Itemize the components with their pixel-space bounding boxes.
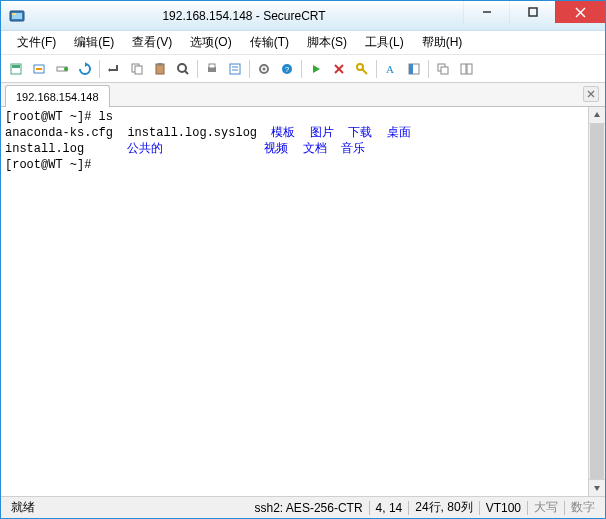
toolbar-separator xyxy=(197,60,198,78)
svg-point-11 xyxy=(64,67,68,71)
new-session-icon[interactable] xyxy=(5,58,27,80)
status-num: 数字 xyxy=(565,499,601,516)
scroll-up-icon[interactable] xyxy=(589,107,605,124)
status-size: 24行, 80列 xyxy=(409,499,478,516)
terminal-line: [root@WT ~]# xyxy=(5,157,584,173)
status-cursor: 4, 14 xyxy=(370,501,409,515)
menu-transfer[interactable]: 传输(T) xyxy=(242,32,297,53)
reconnect-icon[interactable] xyxy=(74,58,96,80)
titlebar: 192.168.154.148 - SecureCRT xyxy=(1,1,605,31)
menu-edit[interactable]: 编辑(E) xyxy=(66,32,122,53)
font-icon[interactable]: A xyxy=(380,58,402,80)
session-tab[interactable]: 192.168.154.148 xyxy=(5,85,110,107)
scroll-track[interactable] xyxy=(589,124,605,479)
svg-point-18 xyxy=(178,64,186,72)
svg-text:?: ? xyxy=(285,65,290,74)
scroll-thumb[interactable] xyxy=(590,124,604,479)
maximize-button[interactable] xyxy=(509,1,555,23)
terminal-text: 公共的 视频 文档 音乐 xyxy=(127,142,365,156)
terminal-area: [root@WT ~]# lsanaconda-ks.cfg install.l… xyxy=(1,107,605,496)
terminal-text: install.log.syslog xyxy=(127,126,271,140)
menu-script[interactable]: 脚本(S) xyxy=(299,32,355,53)
terminal-line: [root@WT ~]# ls xyxy=(5,109,584,125)
minimize-button[interactable] xyxy=(463,1,509,23)
paste-icon[interactable] xyxy=(149,58,171,80)
toolbar-separator xyxy=(99,60,100,78)
terminal-line: install.log 公共的 视频 文档 音乐 xyxy=(5,141,584,157)
svg-rect-40 xyxy=(467,64,472,74)
terminal-line: anaconda-ks.cfg install.log.syslog 模板 图片… xyxy=(5,125,584,141)
window-title: 192.168.154.148 - SecureCRT xyxy=(25,9,463,23)
svg-rect-8 xyxy=(12,65,20,68)
quick-connect-icon[interactable] xyxy=(28,58,50,80)
statusbar: 就绪 ssh2: AES-256-CTR 4, 14 24行, 80列 VT10… xyxy=(1,496,605,518)
find-icon[interactable] xyxy=(172,58,194,80)
toolbar: ?A xyxy=(1,55,605,83)
status-emulation: VT100 xyxy=(480,501,527,515)
app-icon xyxy=(9,8,25,24)
tabbar: 192.168.154.148 xyxy=(1,83,605,107)
script-cancel-icon[interactable] xyxy=(328,58,350,80)
svg-rect-22 xyxy=(230,64,240,74)
scroll-down-icon[interactable] xyxy=(589,479,605,496)
scrollbar[interactable] xyxy=(588,107,605,496)
svg-marker-13 xyxy=(108,68,110,72)
key-icon[interactable] xyxy=(351,58,373,80)
copy-icon[interactable] xyxy=(126,58,148,80)
menu-help[interactable]: 帮助(H) xyxy=(414,32,471,53)
window-controls xyxy=(463,1,605,30)
svg-marker-29 xyxy=(313,65,320,73)
svg-point-26 xyxy=(263,67,266,70)
properties-icon[interactable] xyxy=(224,58,246,80)
tile-icon[interactable] xyxy=(455,58,477,80)
menu-file[interactable]: 文件(F) xyxy=(9,32,64,53)
terminal-text: [root@WT ~]# ls xyxy=(5,110,113,124)
svg-rect-39 xyxy=(461,64,466,74)
svg-rect-38 xyxy=(441,67,448,74)
terminal-text: [root@WT ~]# xyxy=(5,158,99,172)
terminal-text: anaconda-ks.cfg xyxy=(5,126,127,140)
svg-rect-17 xyxy=(158,63,162,66)
enter-key-icon[interactable] xyxy=(103,58,125,80)
connect-bar-icon[interactable] xyxy=(51,58,73,80)
status-caps: 大写 xyxy=(528,499,564,516)
svg-rect-21 xyxy=(209,64,215,68)
svg-rect-2 xyxy=(12,13,16,15)
settings-icon[interactable] xyxy=(253,58,275,80)
svg-marker-44 xyxy=(594,486,600,491)
toolbar-separator xyxy=(376,60,377,78)
print-icon[interactable] xyxy=(201,58,223,80)
svg-marker-43 xyxy=(594,112,600,117)
close-button[interactable] xyxy=(555,1,605,23)
svg-line-19 xyxy=(185,71,188,74)
script-run-icon[interactable] xyxy=(305,58,327,80)
help-icon[interactable]: ? xyxy=(276,58,298,80)
toolbar-separator xyxy=(301,60,302,78)
menu-view[interactable]: 查看(V) xyxy=(124,32,180,53)
tab-close-icon[interactable] xyxy=(583,86,599,102)
session-mgr-icon[interactable] xyxy=(403,58,425,80)
terminal-text: install.log xyxy=(5,142,127,156)
menu-tools[interactable]: 工具(L) xyxy=(357,32,412,53)
menubar: 文件(F) 编辑(E) 查看(V) 选项(O) 传输(T) 脚本(S) 工具(L… xyxy=(1,31,605,55)
svg-rect-4 xyxy=(529,8,537,16)
terminal-text: 模板 图片 下载 桌面 xyxy=(271,126,410,140)
cascade-icon[interactable] xyxy=(432,58,454,80)
svg-rect-15 xyxy=(135,66,142,74)
svg-rect-36 xyxy=(409,64,413,74)
terminal[interactable]: [root@WT ~]# lsanaconda-ks.cfg install.l… xyxy=(1,107,588,496)
menu-options[interactable]: 选项(O) xyxy=(182,32,239,53)
toolbar-separator xyxy=(249,60,250,78)
toolbar-separator xyxy=(428,60,429,78)
status-ready: 就绪 xyxy=(5,499,41,516)
tab-label: 192.168.154.148 xyxy=(16,91,99,103)
status-protocol: ssh2: AES-256-CTR xyxy=(249,501,369,515)
svg-line-33 xyxy=(362,69,367,74)
svg-text:A: A xyxy=(386,63,394,75)
